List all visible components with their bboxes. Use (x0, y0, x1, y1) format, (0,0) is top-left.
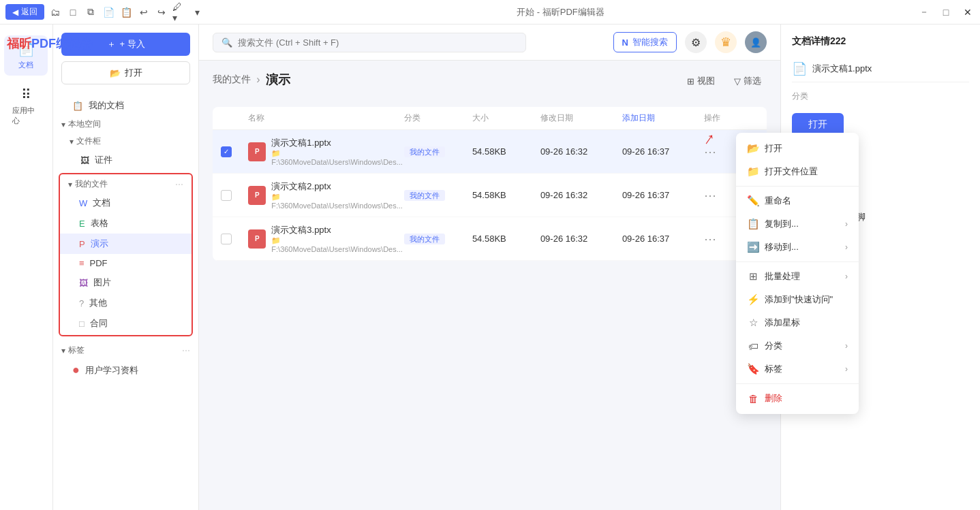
folder-icon[interactable]: 🗂 (48, 5, 62, 19)
nav-file-cabinet-section[interactable]: ▾ 文件柜 (53, 133, 198, 150)
context-open-icon: 📂 (747, 142, 759, 155)
context-tag-icon: 🔖 (747, 363, 759, 375)
nav-image-item[interactable]: 🖼 图片 (60, 272, 192, 293)
nav-tags-section[interactable]: ▾ 标签 ⋯ (53, 342, 198, 359)
filter-icon: ▽ (734, 76, 741, 86)
settings-icon-button[interactable]: ⚙ (685, 31, 707, 53)
maximize-button[interactable]: □ (939, 5, 953, 19)
back-arrow-icon: ◀ (12, 7, 18, 17)
my-files-label: 我的文件 (75, 178, 108, 190)
more-icon[interactable]: ▾ (190, 5, 204, 19)
context-rename-label: 重命名 (765, 195, 791, 207)
row3-category: 我的文件 (404, 234, 472, 244)
redo-icon[interactable]: ↪ (155, 5, 168, 19)
context-location-label: 打开文件位置 (765, 165, 818, 178)
view-button[interactable]: ⊞ 视图 (682, 72, 720, 90)
row1-added: 09-26 16:37 (622, 146, 704, 157)
minimize-button[interactable]: － (917, 5, 931, 19)
nav-pdf-item[interactable]: ≡ PDF (60, 254, 192, 272)
row3-file-icon: P (248, 229, 266, 249)
local-space-label: 本地空间 (68, 118, 101, 130)
context-menu-copy[interactable]: 📋 复制到... › (736, 212, 859, 236)
back-button[interactable]: ◀ 返回 (5, 4, 44, 20)
file-cabinet-collapse-icon: ▾ (70, 137, 74, 146)
nav-certificate[interactable]: 🖼 证件 (53, 150, 198, 170)
window-controls: － □ ✕ (917, 5, 975, 19)
other-item-label: 其他 (89, 297, 107, 309)
sidebar-item-apps[interactable]: ⠿ 应用中心 (4, 81, 48, 131)
context-copy-label: 复制到... (765, 218, 799, 230)
header-category: 分类 (404, 112, 472, 124)
context-delete-label: 删除 (765, 392, 782, 404)
context-menu-move[interactable]: ➡️ 移动到... › (736, 236, 859, 259)
my-files-highlighted-section: ▾ 我的文件 ⋯ W 文档 E 表格 P 演示 ≡ PDF 🖼 图 (59, 173, 193, 336)
context-copy-icon: 📋 (747, 218, 759, 230)
search-input[interactable] (238, 37, 517, 48)
context-delete-icon: 🗑 (747, 393, 759, 404)
window-icon[interactable]: □ (66, 5, 80, 19)
search-bar: 🔍 (213, 33, 526, 52)
image-item-label: 图片 (93, 276, 111, 289)
context-menu-star[interactable]: ☆ 添加星标 (736, 311, 859, 334)
image-type-icon: 🖼 (79, 278, 88, 288)
nav-panel: ＋ + 导入 📂 打开 📋 我的文档 ▾ 本地空间 ▾ 文件柜 🖼 证件 ▾ (53, 25, 199, 510)
open-button[interactable]: 📂 打开 (61, 61, 190, 84)
table-row[interactable]: ✓ P 演示文稿1.pptx 📁 F:\360MoveData\Users\Wi… (213, 130, 767, 174)
nav-other-item[interactable]: ? 其他 (60, 293, 192, 313)
context-menu-tag[interactable]: 🔖 标签 › (736, 357, 859, 381)
crown-icon-button[interactable]: ♛ (715, 31, 737, 53)
smart-search-button[interactable]: N 智能搜索 (613, 32, 677, 52)
row3-folder-icon: 📁 (271, 236, 281, 244)
nav-contract-item[interactable]: □ 合同 (60, 313, 192, 334)
breadcrumb-root[interactable]: 我的文件 (213, 74, 251, 86)
context-menu-open-location[interactable]: 📁 打开文件位置 (736, 160, 859, 183)
row3-modified: 09-26 16:32 (540, 234, 622, 244)
breadcrumb-separator: › (256, 74, 260, 86)
arrow-dropdown-icon[interactable]: 🖊▾ (172, 5, 186, 19)
nav-presentation-item[interactable]: P 演示 (60, 234, 192, 254)
context-move-icon: ➡️ (747, 241, 759, 253)
context-menu-category[interactable]: 🏷 分类 › (736, 334, 859, 357)
context-star-label: 添加星标 (765, 317, 800, 329)
user-avatar[interactable]: 👤 (745, 31, 767, 53)
doc-item-label: 文档 (93, 197, 110, 209)
row1-modified: 09-26 16:32 (540, 146, 622, 157)
context-menu-batch[interactable]: ⊞ 批量处理 › (736, 265, 859, 288)
copy-icon[interactable]: 📄 (102, 5, 115, 19)
nav-doc-item[interactable]: W 文档 (60, 193, 192, 213)
nav-my-docs[interactable]: 📋 我的文档 (53, 95, 198, 116)
user-study-label: 用户学习资料 (85, 364, 138, 377)
table-row[interactable]: P 演示文稿3.pptx 📁 F:\360MoveData\Users\Wind… (213, 217, 767, 261)
context-menu-delete[interactable]: 🗑 删除 (736, 387, 859, 410)
smart-search-label: 智能搜索 (632, 36, 668, 48)
right-panel-category-label: 分类 (792, 91, 969, 102)
right-panel-filename: 📄 演示文稿1.pptx (792, 56, 969, 82)
context-batch-label: 批量处理 (765, 270, 800, 283)
my-files-more-icon[interactable]: ⋯ (175, 180, 183, 189)
my-docs-label: 我的文档 (89, 99, 124, 112)
certificate-icon: 🖼 (80, 155, 89, 165)
new-icon[interactable]: 📋 (119, 5, 133, 19)
row3-path: 📁 F:\360MoveData\Users\Windows\Des... (271, 236, 404, 253)
restore-icon[interactable]: ⧉ (84, 5, 97, 19)
topbar-right: N 智能搜索 ⚙ ♛ 👤 (613, 31, 767, 53)
nav-local-space-section[interactable]: ▾ 本地空间 (53, 116, 198, 133)
context-menu-open[interactable]: 📂 打开 (736, 137, 859, 160)
row2-added: 09-26 16:37 (622, 190, 704, 200)
row2-checkbox[interactable] (221, 190, 232, 201)
row1-size: 54.58KB (472, 146, 540, 157)
nav-user-study[interactable]: ● 用户学习资料 (53, 359, 198, 381)
row1-checkbox[interactable]: ✓ (221, 146, 232, 157)
nav-my-files-section[interactable]: ▾ 我的文件 ⋯ (60, 176, 192, 193)
close-button[interactable]: ✕ (961, 5, 975, 19)
table-row[interactable]: P 演示文稿2.pptx 📁 F:\360MoveData\Users\Wind… (213, 174, 767, 217)
context-location-icon: 📁 (747, 165, 759, 178)
filter-button[interactable]: ▽ 筛选 (729, 72, 767, 90)
tags-more-icon[interactable]: ⋯ (182, 346, 190, 355)
context-menu-quick-access[interactable]: ⚡ 添加到"快速访问" (736, 288, 859, 311)
row3-checkbox[interactable] (221, 234, 232, 244)
context-quick-label: 添加到"快速访问" (765, 293, 833, 306)
undo-icon[interactable]: ↩ (137, 5, 151, 19)
nav-table-item[interactable]: E 表格 (60, 213, 192, 234)
context-menu-rename[interactable]: ✏️ 重命名 (736, 189, 859, 212)
